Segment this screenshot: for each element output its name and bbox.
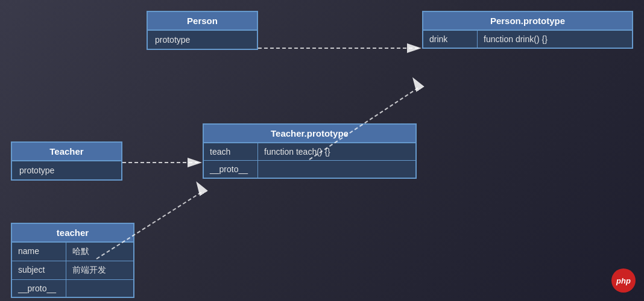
teacher-prototype-teach-row: teach function teach() {}	[204, 143, 415, 161]
name-value: 哈默	[66, 243, 163, 261]
teacher-prototype-header: Teacher.prototype	[204, 125, 415, 143]
person-box: Person prototype	[147, 11, 258, 50]
instance-proto-value	[66, 280, 163, 297]
person-prototype-row: prototype	[148, 31, 257, 49]
teacher-subject-row: subject 前端开发	[12, 261, 133, 280]
teacher-box: Teacher prototype	[11, 141, 122, 181]
drink-value: function drink() {}	[478, 31, 574, 48]
teacher-proto-value	[258, 161, 355, 178]
teacher-instance-header: teacher	[12, 224, 133, 243]
teacher-prototype-row: prototype	[12, 161, 121, 179]
teacher-header: Teacher	[12, 143, 121, 161]
teacher-instance-proto-row: __proto__	[12, 280, 133, 297]
teacher-name-row: name 哈默	[12, 243, 133, 261]
teach-label: teach	[204, 143, 258, 160]
php-badge: php	[611, 268, 636, 293]
person-prototype-header: Person.prototype	[423, 12, 632, 31]
subject-value: 前端开发	[66, 261, 163, 279]
teacher-prototype-proto-row: __proto__	[204, 161, 415, 178]
name-label: name	[12, 243, 66, 261]
drink-label: drink	[423, 31, 478, 48]
person-header: Person	[148, 12, 257, 31]
instance-proto-label: __proto__	[12, 280, 66, 297]
teacher-proto-label: __proto__	[204, 161, 258, 178]
subject-label: subject	[12, 261, 66, 279]
teacher-instance-box: teacher name 哈默 subject 前端开发 __proto__	[11, 223, 134, 298]
teach-value: function teach() {}	[258, 143, 355, 160]
person-prototype-box: Person.prototype drink function drink() …	[422, 11, 633, 49]
person-prototype-row-drink: drink function drink() {}	[423, 31, 632, 48]
teacher-prototype-box: Teacher.prototype teach function teach()…	[203, 123, 417, 179]
